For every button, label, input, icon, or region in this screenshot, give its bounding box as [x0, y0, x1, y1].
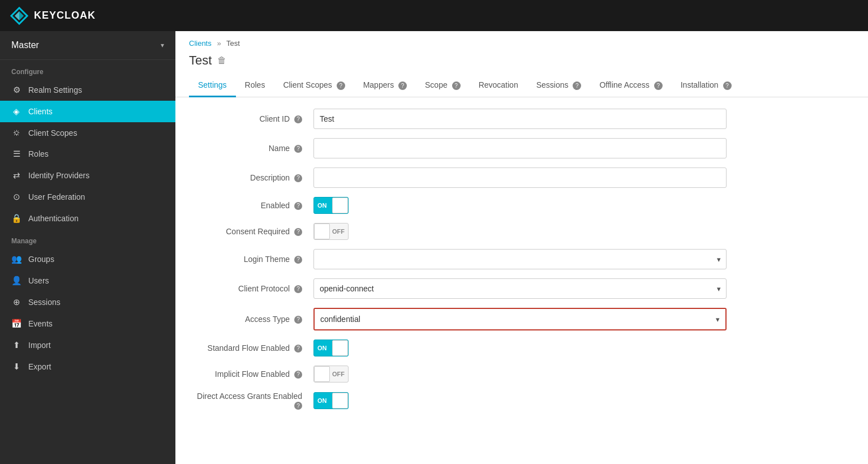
tab-sessions[interactable]: Sessions ? [527, 75, 591, 97]
client-protocol-select-wrapper: openid-connect saml ▾ [313, 278, 727, 299]
authentication-icon: 🔒 [11, 213, 22, 224]
client-id-help-icon: ? [294, 115, 302, 123]
login-theme-select-wrapper: keycloak base ▾ [313, 249, 727, 269]
client-scopes-icon: ⛭ [11, 128, 22, 138]
export-icon: ⬇ [11, 362, 22, 372]
direct-access-toggle-wrapper: ON [313, 392, 727, 409]
tab-offline-access-label: Offline Access [599, 80, 649, 89]
login-theme-dropdown[interactable]: keycloak base ▾ [313, 249, 727, 269]
enabled-on-label: ON [314, 202, 331, 209]
sidebar-item-realm-settings[interactable]: ⚙ Realm Settings [0, 79, 175, 101]
standard-flow-toggle-knob [332, 340, 348, 356]
breadcrumb-separator: » [217, 39, 221, 48]
client-scopes-help-icon: ? [337, 81, 345, 90]
sidebar-item-sessions-label: Sessions [28, 298, 61, 307]
sidebar-item-identity-providers[interactable]: ⇄ Identity Providers [0, 165, 175, 186]
consent-required-toggle[interactable]: OFF [313, 223, 349, 240]
client-protocol-row: Client Protocol ? openid-connect saml ▾ [189, 278, 854, 299]
description-label: Description ? [189, 173, 313, 182]
tab-revocation[interactable]: Revocation [470, 75, 527, 97]
direct-access-toggle[interactable]: ON [313, 392, 349, 409]
implicit-flow-toggle-wrapper: OFF [313, 366, 727, 383]
direct-access-help-icon: ? [294, 402, 302, 410]
tab-scope[interactable]: Scope ? [416, 75, 470, 97]
direct-access-label: Direct Access Grants Enabled ? [189, 392, 313, 410]
tab-client-scopes-label: Client Scopes [283, 80, 332, 89]
realm-settings-icon: ⚙ [11, 85, 22, 95]
tab-installation[interactable]: Installation ? [672, 75, 741, 97]
login-theme-label: Login Theme ? [189, 255, 313, 264]
main-layout: Master ▾ Configure ⚙ Realm Settings ◈ Cl… [0, 31, 868, 464]
sidebar-item-identity-providers-label: Identity Providers [28, 171, 89, 180]
client-id-label: Client ID ? [189, 114, 313, 123]
sidebar: Master ▾ Configure ⚙ Realm Settings ◈ Cl… [0, 31, 175, 464]
login-theme-row: Login Theme ? keycloak base ▾ [189, 249, 854, 269]
tab-offline-access[interactable]: Offline Access ? [590, 75, 671, 97]
groups-icon: 👥 [11, 254, 22, 264]
client-protocol-select[interactable]: openid-connect saml [313, 278, 727, 299]
sidebar-item-events[interactable]: 📅 Events [0, 313, 175, 334]
client-id-row: Client ID ? [189, 109, 854, 129]
sidebar-item-import[interactable]: ⬆ Import [0, 334, 175, 356]
access-type-label: Access Type ? [189, 315, 313, 324]
implicit-flow-help-icon: ? [294, 371, 302, 379]
tab-installation-label: Installation [681, 80, 719, 89]
sidebar-item-authentication[interactable]: 🔒 Authentication [0, 208, 175, 229]
description-row: Description ? [189, 167, 854, 188]
client-protocol-dropdown[interactable]: openid-connect saml ▾ [313, 278, 727, 299]
name-help-icon: ? [294, 145, 302, 153]
tab-client-scopes[interactable]: Client Scopes ? [274, 75, 354, 97]
access-type-row: Access Type ? confidential public bearer… [189, 308, 854, 330]
realm-chevron-icon: ▾ [161, 41, 164, 49]
tab-mappers[interactable]: Mappers ? [354, 75, 416, 97]
delete-client-icon[interactable]: 🗑 [217, 55, 226, 66]
tab-settings[interactable]: Settings [189, 75, 236, 97]
client-id-input[interactable] [313, 109, 727, 129]
sidebar-item-clients[interactable]: ◈ Clients [0, 101, 175, 122]
access-type-select[interactable]: confidential public bearer-only [315, 309, 725, 329]
sidebar-item-client-scopes[interactable]: ⛭ Client Scopes [0, 122, 175, 143]
standard-flow-on-label: ON [314, 345, 331, 351]
sidebar-item-authentication-label: Authentication [28, 214, 79, 223]
access-type-dropdown[interactable]: confidential public bearer-only ▾ [315, 309, 725, 329]
enabled-toggle-knob [332, 197, 348, 213]
name-label: Name ? [189, 144, 313, 153]
sidebar-item-user-federation[interactable]: ⊙ User Federation [0, 186, 175, 208]
standard-flow-row: Standard Flow Enabled ? ON [189, 340, 854, 356]
name-field-wrapper [313, 138, 727, 158]
sidebar-item-roles[interactable]: ☰ Roles [0, 143, 175, 165]
users-icon: 👤 [11, 276, 22, 286]
user-federation-icon: ⊙ [11, 192, 22, 202]
standard-flow-label: Standard Flow Enabled ? [189, 343, 313, 353]
tab-scope-label: Scope [425, 80, 448, 89]
enabled-help-icon: ? [294, 202, 302, 210]
page-title: Test [189, 53, 212, 68]
name-input[interactable] [313, 138, 727, 158]
tabs-bar: Settings Roles Client Scopes ? Mappers ?… [175, 75, 868, 97]
realm-selector[interactable]: Master ▾ [0, 31, 175, 60]
import-icon: ⬆ [11, 340, 22, 350]
name-row: Name ? [189, 138, 854, 158]
sidebar-item-sessions[interactable]: ⊕ Sessions [0, 291, 175, 313]
tab-roles[interactable]: Roles [236, 75, 274, 97]
enabled-toggle[interactable]: ON [313, 197, 349, 214]
implicit-flow-toggle-track: OFF [313, 366, 349, 383]
standard-flow-toggle[interactable]: ON [313, 340, 349, 356]
logo-text: KEYCLOAK [34, 10, 96, 22]
tab-roles-label: Roles [245, 80, 265, 89]
configure-section-label: Configure [0, 60, 175, 79]
sidebar-item-groups[interactable]: 👥 Groups [0, 248, 175, 270]
sidebar-item-users[interactable]: 👤 Users [0, 270, 175, 291]
direct-access-toggle-knob [332, 393, 348, 409]
client-protocol-label: Client Protocol ? [189, 284, 313, 293]
login-theme-select[interactable]: keycloak base [313, 249, 727, 269]
manage-section-label: Manage [0, 229, 175, 248]
events-icon: 📅 [11, 319, 22, 329]
description-input[interactable] [313, 167, 727, 188]
sidebar-item-export[interactable]: ⬇ Export [0, 356, 175, 377]
enabled-toggle-wrapper: ON [313, 197, 727, 214]
consent-required-toggle-track: OFF [313, 223, 349, 240]
breadcrumb-clients-link[interactable]: Clients [189, 39, 212, 48]
implicit-flow-toggle[interactable]: OFF [313, 366, 349, 383]
sidebar-item-groups-label: Groups [28, 255, 54, 264]
